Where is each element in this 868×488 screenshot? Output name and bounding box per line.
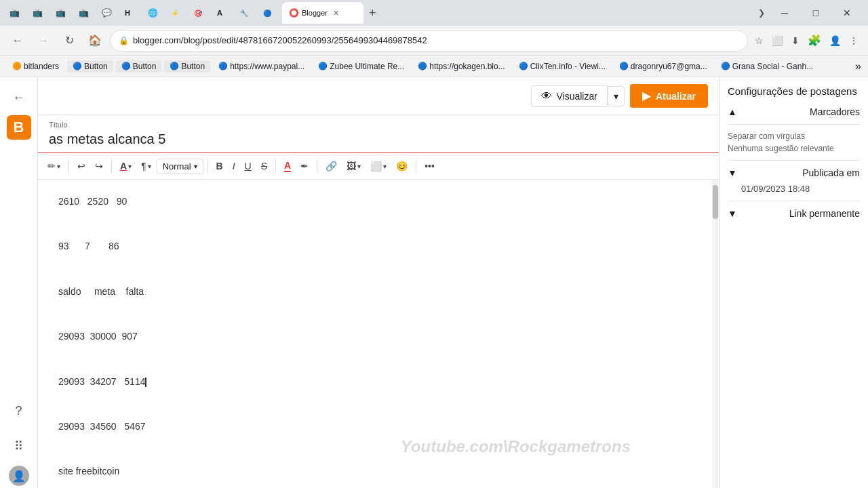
bookmark-clixten[interactable]: 🔵 ClixTen.info - Viewi... (513, 60, 611, 73)
redo-icon: ↪ (95, 161, 103, 171)
editor-content[interactable]: 2610 2520 90 93 7 86 saldo meta falta 29… (38, 180, 712, 488)
play-icon: ▶ (642, 89, 650, 102)
scrollbar-thumb[interactable] (713, 185, 718, 219)
back-icon[interactable]: ← (7, 85, 31, 110)
tab-pinned-8[interactable]: ⚡ (167, 2, 189, 24)
window-controls: ─ □ ✕ (769, 2, 863, 24)
font-color-icon: A (120, 161, 127, 171)
bookmark-button-2[interactable]: 🔵 Button (116, 60, 162, 73)
bookmark-paypal[interactable]: 🔵 https://www.paypal... (213, 60, 310, 73)
bookmark-dragon[interactable]: 🔵 dragonryu67@gma... (614, 60, 713, 73)
italic-button[interactable]: I (229, 158, 239, 174)
tab-pinned-4[interactable]: 📺 (75, 2, 96, 24)
close-button[interactable]: ✕ (831, 2, 863, 24)
update-button[interactable]: ▶ Atualizar (630, 84, 708, 108)
blogger-b-icon: B (14, 119, 24, 136)
strikethrough-button[interactable]: S (257, 158, 271, 174)
blogger-logo[interactable]: B (7, 115, 31, 140)
link-icon: 🔗 (326, 161, 337, 171)
tab-pinned-1[interactable]: 📺 (5, 2, 27, 24)
text-color-button[interactable]: A (280, 157, 295, 175)
preview-caret-button[interactable]: ▾ (608, 86, 625, 106)
more-icon: ••• (425, 161, 435, 171)
profile-avatar[interactable]: 👤 (7, 464, 31, 488)
paragraph-format-button[interactable]: ¶ ▾ (137, 158, 155, 174)
reload-button[interactable]: ↻ (58, 30, 80, 52)
underline-icon: U (245, 161, 252, 171)
image-button[interactable]: 🖼 ▾ (342, 158, 365, 174)
address-bar-icons: ☆ ⬜ ⬇ 🧩 👤 ⋮ (752, 34, 861, 47)
tab-pinned-10[interactable]: A (213, 2, 235, 24)
bold-button[interactable]: B (212, 158, 227, 174)
underline-button[interactable]: U (241, 158, 256, 174)
font-color-button[interactable]: A ▾ (116, 158, 136, 174)
markers-section-header[interactable]: ▲ Marcadores (728, 106, 860, 117)
permalink-chevron-icon: ▼ (728, 208, 737, 219)
bookmark-button-1[interactable]: 🔵 Button (67, 60, 113, 73)
tab-blogger-active[interactable]: ⭕ Blogger ✕ (282, 2, 363, 24)
sidebar-divider-3 (728, 201, 860, 201)
content-spacer-4 (58, 350, 692, 367)
tab-pinned-6[interactable]: H (121, 2, 142, 24)
bookmark-gokagen[interactable]: 🔵 https://gokagen.blo... (412, 60, 510, 73)
bookmark-grana[interactable]: 🔵 Grana Social - Ganh... (715, 60, 818, 73)
media-icon: ⬜ (370, 161, 382, 171)
published-section-header[interactable]: ▼ Publicada em (728, 167, 860, 178)
tab-pinned-9[interactable]: 🎯 (190, 2, 212, 24)
star-icon[interactable]: ☆ (752, 35, 766, 46)
tab-pinned-2[interactable]: 📺 (28, 2, 50, 24)
font-color-dropdown-icon: ▾ (128, 163, 132, 170)
new-tab-button[interactable]: + (365, 6, 380, 20)
highlight-button[interactable]: ✒ (296, 158, 313, 174)
forward-button[interactable]: → (33, 30, 54, 52)
emoji-button[interactable]: 😊 (392, 158, 412, 174)
title-section: Título (38, 115, 719, 153)
bookmark-zubee[interactable]: 🔵 Zubee Ultimate Re... (313, 60, 410, 73)
undo-button[interactable]: ↩ (73, 158, 90, 174)
left-sidebar: ← B ? ⠿ 👤 (0, 77, 38, 488)
minimize-button[interactable]: ─ (769, 2, 800, 24)
permalink-section-header[interactable]: ▼ Link permanente (728, 208, 860, 219)
config-title: Configurações de postagens (728, 85, 860, 97)
preview-button[interactable]: 👁 Visualizar (531, 85, 607, 107)
bookmark-button-3[interactable]: 🔵 Button (164, 60, 210, 73)
update-label: Atualizar (656, 91, 696, 102)
download-icon[interactable]: ⬇ (789, 35, 802, 46)
pencil-button[interactable]: ✏ ▾ (43, 158, 64, 174)
more-options-button[interactable]: ••• (420, 158, 439, 174)
tab-pinned-5[interactable]: 💬 (98, 2, 119, 24)
redo-button[interactable]: ↪ (91, 158, 107, 174)
tab-close-icon[interactable]: ✕ (333, 9, 339, 18)
extensions-icon[interactable]: 🧩 (805, 34, 824, 47)
tab-search-icon[interactable]: ⬜ (769, 35, 786, 46)
title-input[interactable] (49, 129, 708, 152)
help-icon[interactable]: ? (7, 399, 31, 423)
address-bar[interactable]: 🔒 blogger.com/blog/post/edit/48781667200… (110, 30, 748, 52)
separate-label: Separar com vírgulas (728, 131, 860, 141)
editor-scrollbar[interactable] (712, 180, 719, 488)
text-color-icon: A (284, 160, 291, 172)
tab-overflow-icon[interactable]: ❯ (758, 8, 765, 18)
apps-icon[interactable]: ⠿ (7, 434, 31, 458)
profile-icon[interactable]: 👤 (827, 35, 844, 46)
back-arrow-icon: ← (13, 91, 25, 105)
tab-pinned-12[interactable]: 🔵 (259, 2, 281, 24)
bookmarks-bar: 🟠 bitlanders 🔵 Button 🔵 Button 🔵 Button … (0, 56, 868, 77)
link-button[interactable]: 🔗 (321, 158, 341, 174)
back-button[interactable]: ← (7, 30, 28, 52)
content-area: 👁 Visualizar ▾ ▶ Atualizar Título ✏ (38, 77, 719, 488)
tab-pinned-11[interactable]: 🔧 (236, 2, 258, 24)
tab-pinned-3[interactable]: 📺 (52, 2, 73, 24)
tab-pinned-7[interactable]: 🌐 (144, 2, 165, 24)
media-button[interactable]: ⬜ ▾ (366, 158, 391, 174)
content-spacer-2 (58, 261, 692, 278)
bookmark-bitlanders[interactable]: 🟠 bitlanders (7, 60, 64, 73)
maximize-button[interactable]: □ (800, 2, 831, 24)
content-spacer-6 (58, 441, 692, 458)
menu-icon[interactable]: ⋮ (846, 35, 861, 46)
bookmarks-overflow-icon[interactable]: » (855, 60, 861, 73)
bookmark-label: bitlanders (24, 62, 59, 71)
home-button[interactable]: 🏠 (84, 30, 106, 52)
heading-dropdown[interactable]: Normal ▾ (157, 159, 203, 174)
lock-icon: 🔒 (119, 36, 129, 45)
